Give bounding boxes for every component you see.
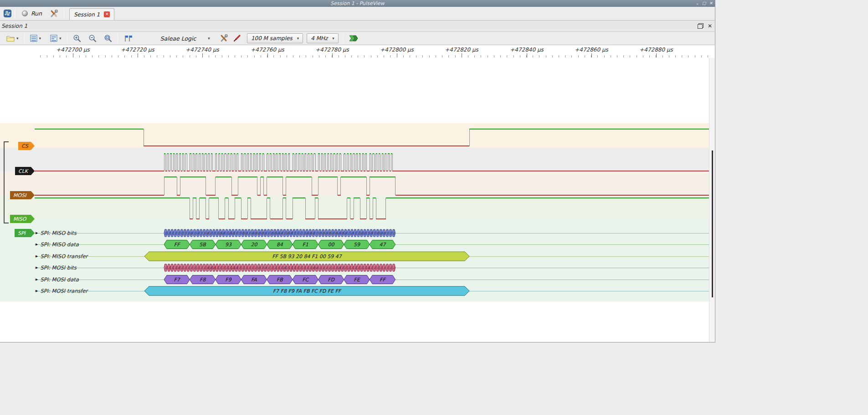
separator: [67, 34, 67, 43]
vertical-scrollbar[interactable]: [709, 58, 715, 342]
caret-down-icon: ▾: [59, 36, 62, 41]
caret-down-icon: ▾: [297, 36, 299, 41]
decoder-row-label[interactable]: ▶SPI: MISO transfer: [36, 253, 87, 260]
zoom-fit-icon: [104, 34, 112, 42]
dock-title: Session 1: [1, 23, 27, 29]
folder-icon: [6, 35, 15, 42]
channel-tag-miso[interactable]: MISO: [10, 215, 35, 223]
expand-arrow-icon[interactable]: ▶: [36, 231, 38, 235]
separator: [118, 34, 118, 43]
save-selection-button[interactable]: ▾: [48, 33, 64, 43]
window-title: Session 1 - PulseView: [330, 0, 385, 7]
caret-down-icon: ▾: [208, 36, 210, 41]
show-cursors-button[interactable]: [121, 33, 135, 44]
desktop: { "titlebar": { "title": "Session 1 - Pu…: [0, 0, 868, 415]
pulseview-app-icon: [4, 10, 11, 17]
decoder-row-label[interactable]: ▶SPI: MOSI transfer: [36, 287, 87, 295]
wrench-screwdriver-icon: [50, 10, 58, 18]
device-select[interactable]: Saleae Logic ▾: [158, 34, 213, 43]
zoom-in-icon: [73, 34, 81, 42]
separator: [64, 9, 64, 18]
expand-arrow-icon[interactable]: ▶: [36, 243, 38, 246]
decoder-row-label[interactable]: ▶SPI: MISO bits: [36, 229, 77, 237]
channel-tag-label: CS: [21, 143, 28, 149]
probe-icon: [233, 34, 241, 42]
run-button[interactable]: Run: [18, 9, 47, 18]
configure-device-button[interactable]: [217, 33, 231, 44]
channels-button[interactable]: [231, 33, 243, 44]
channel-tag-label: CLK: [18, 168, 28, 174]
float-dock-icon[interactable]: [698, 23, 704, 29]
expand-arrow-icon[interactable]: ▶: [36, 266, 38, 270]
zoom-out-button[interactable]: [86, 33, 99, 44]
time-ruler[interactable]: +472700 µs+472720 µs+472740 µs+472760 µs…: [0, 45, 715, 58]
run-label: Run: [31, 10, 42, 17]
decoder-row-label[interactable]: ▶SPI: MISO data: [36, 241, 79, 248]
minimize-icon[interactable]: ⌄: [695, 0, 699, 7]
titlebar[interactable]: Session 1 - PulseView ⌄ ▢ ✕: [0, 0, 715, 7]
decoder-row-title: SPI: MISO transfer: [40, 253, 87, 259]
trace-view[interactable]: 1111111101011011100100110010000010000100…: [0, 58, 715, 342]
decoder-row-title: SPI: MOSI bits: [40, 265, 76, 271]
scrollbar-thumb[interactable]: [712, 150, 713, 297]
sample-count-select[interactable]: 100 M samples ▾: [247, 33, 303, 43]
sample-rate-label: 4 MHz: [311, 35, 328, 42]
tab-session-1[interactable]: Session 1 ✕: [69, 8, 114, 20]
close-dock-icon[interactable]: ✕: [708, 23, 712, 29]
save-as-icon: [50, 35, 57, 42]
ruler-label: +472740 µs: [185, 47, 219, 53]
save-button[interactable]: ▾: [28, 33, 44, 43]
caret-down-icon: ▾: [332, 36, 334, 41]
tab-close-icon[interactable]: ✕: [104, 11, 110, 17]
zoom-fit-button[interactable]: [102, 33, 114, 44]
sample-rate-select[interactable]: 4 MHz ▾: [307, 33, 339, 43]
close-icon[interactable]: ✕: [709, 0, 713, 7]
channel-tag-cs[interactable]: CS: [18, 142, 35, 150]
settings-button[interactable]: [47, 8, 61, 19]
cursors-flags-icon: [123, 35, 133, 42]
wrench-screwdriver-icon: [220, 34, 228, 42]
open-file-button[interactable]: ▾: [4, 34, 21, 43]
separator: [343, 34, 344, 43]
ruler-label: +472880 µs: [639, 47, 673, 53]
ruler-label: +472860 µs: [575, 47, 608, 53]
tab-label: Session 1: [74, 11, 100, 18]
caret-down-icon: ▾: [16, 36, 19, 41]
device-label: Saleae Logic: [160, 35, 196, 42]
channel-tag-spi[interactable]: SPI: [15, 229, 35, 237]
decoder-icon: [349, 35, 358, 42]
sample-count-label: 100 M samples: [251, 35, 293, 42]
ruler-label: +472720 µs: [121, 47, 154, 53]
ruler-label: +472820 µs: [445, 47, 478, 53]
session-toolbar: ▾ ▾ ▾ Saleae Logic ▾: [0, 32, 715, 45]
channel-tag-label: MOSI: [13, 192, 26, 198]
zoom-in-button[interactable]: [71, 33, 83, 44]
decoder-row-title: SPI: MISO data: [40, 241, 78, 248]
expand-arrow-icon[interactable]: ▶: [36, 254, 38, 258]
ruler-label: +472780 µs: [315, 47, 349, 53]
ruler-label: +472700 µs: [56, 47, 90, 53]
channel-tag-clk[interactable]: CLK: [15, 167, 35, 175]
decoder-row-title: SPI: MOSI transfer: [40, 288, 87, 294]
ruler-minor-ticks: [41, 55, 708, 57]
decoder-row-label[interactable]: ▶SPI: MOSI bits: [36, 264, 77, 271]
caret-down-icon: ▾: [39, 36, 41, 41]
ruler-label: +472840 µs: [510, 47, 544, 53]
run-led-icon: [22, 10, 28, 16]
separator: [15, 9, 15, 18]
pulseview-window: Session 1 - PulseView ⌄ ▢ ✕ Run Session …: [0, 0, 715, 342]
channel-tag-mosi[interactable]: MOSI: [10, 191, 35, 199]
decoder-row-title: SPI: MOSI data: [40, 276, 78, 283]
add-decoder-button[interactable]: [347, 33, 360, 43]
ruler-label: +472800 µs: [380, 47, 414, 53]
trace-group-bracket[interactable]: [4, 141, 9, 223]
maximize-icon[interactable]: ▢: [702, 0, 706, 7]
channel-tag-label: SPI: [18, 230, 26, 236]
save-icon: [30, 35, 37, 42]
decoder-row-label[interactable]: ▶SPI: MOSI data: [36, 276, 79, 283]
expand-arrow-icon[interactable]: ▶: [36, 289, 38, 293]
dock-titlebar: Session 1 ✕: [0, 21, 715, 32]
expand-arrow-icon[interactable]: ▶: [36, 278, 38, 281]
zoom-out-icon: [88, 34, 97, 42]
main-tab-row: Run Session 1 ✕: [0, 7, 715, 21]
